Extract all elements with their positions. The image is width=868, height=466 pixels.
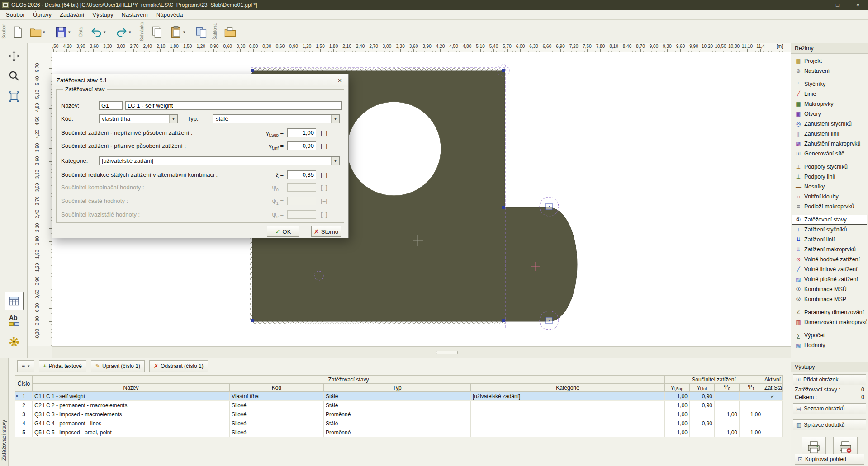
redo-caret-icon[interactable]: ▾ <box>129 30 131 34</box>
coef-col-3[interactable]: Ψ1 <box>740 384 763 392</box>
bottom-panel-tab[interactable]: Zatěžovací stavy <box>0 358 9 466</box>
maximize-button[interactable]: □ <box>827 0 848 10</box>
sidebar-item-zatizeni-makroprvku[interactable]: ⇓Zatížení makroprvků <box>792 245 867 254</box>
sidebar-item-makroprvky[interactable]: ▦Makroprvky <box>792 99 867 109</box>
col-active-header[interactable]: Zat.Stav <box>763 384 783 392</box>
col-name-header[interactable]: Název <box>33 384 230 392</box>
joint-node[interactable] <box>502 69 505 72</box>
sidebar-item-volne-liniove-zatizeni[interactable]: ╱Volné liniové zatížení <box>792 264 867 274</box>
sidebar-item-vypocet[interactable]: ∑Výpočet <box>792 330 867 340</box>
sidebar-item-hodnoty[interactable]: ▧Hodnoty <box>792 340 867 350</box>
sidebar-item-zatezovaci-stavy[interactable]: ①Zatěžovací stavy <box>792 215 867 225</box>
undo-caret-icon[interactable]: ▾ <box>104 30 106 34</box>
joint-node[interactable] <box>502 206 505 209</box>
remove-row-button[interactable]: ✗ Odstranit (číslo 1) <box>149 360 208 372</box>
table-row-4[interactable]: 4G4 LC 4 - permanent - linesSilovéStálé1… <box>15 419 783 428</box>
coef-value-input[interactable] <box>287 170 316 179</box>
table-menu-button[interactable]: ≡ ▾ <box>17 360 34 372</box>
category-select-caret-icon[interactable]: ▼ <box>331 157 339 165</box>
sidebar-item-dimenzovani-makroprvku[interactable]: ▥Dimenzování makroprvků <box>792 317 867 327</box>
coef-col-0[interactable]: γf,Sup <box>665 384 690 392</box>
settings-tool-button[interactable] <box>5 333 24 351</box>
coef-col-2[interactable]: Ψ0 <box>715 384 740 392</box>
joint-node[interactable] <box>251 319 254 322</box>
zoom-tool-button[interactable] <box>5 67 24 85</box>
template-manager-button[interactable] <box>223 23 238 41</box>
grid-view-button[interactable] <box>5 292 24 310</box>
menu-item-vystupy[interactable]: Výstupy <box>88 10 117 19</box>
save-button[interactable]: ▾ <box>53 23 72 41</box>
coef-value-input[interactable] <box>287 141 316 150</box>
copy-data-button[interactable] <box>194 23 209 41</box>
edit-row-button[interactable]: ✎ Upravit (číslo 1) <box>91 360 145 372</box>
joint-node[interactable] <box>251 69 254 72</box>
table-row-3[interactable]: 3Q3 LC 3 - imposed - macroelementsSilové… <box>15 410 783 419</box>
sidebar-item-stycniky[interactable]: ∴Styčníky <box>792 79 867 89</box>
sidebar-item-zahusteni-makroprvku[interactable]: ▩Zahuštění makroprvků <box>792 139 867 149</box>
new-file-button[interactable] <box>10 23 25 41</box>
sidebar-item-podlozi-makroprvku[interactable]: ≡Podloží makroprvků <box>792 202 867 212</box>
code-select-caret-icon[interactable]: ▼ <box>169 115 177 123</box>
sidebar-item-parametry-dimenzovani[interactable]: ∠Parametry dimenzování <box>792 307 867 317</box>
point-support-symbol-2[interactable] <box>546 317 552 324</box>
category-select[interactable]: [uživatelské zadání] ▼ <box>99 156 340 165</box>
table-row-2[interactable]: 2G2 LC 2 - permanent - macroelementsSilo… <box>15 401 783 410</box>
table-row-5[interactable]: 5Q5 LC 5 - imposed - areal, pointSilovéP… <box>15 428 783 437</box>
sidebar-item-generovani-site[interactable]: ⊞Generování sítě <box>792 149 867 159</box>
sidebar-item-linie[interactable]: ╱Linie <box>792 89 867 99</box>
paste-caret-icon[interactable]: ▾ <box>183 30 185 34</box>
type-select[interactable]: stálé ▼ <box>213 114 340 123</box>
col-category-header[interactable]: Kategorie <box>471 384 665 392</box>
name-input[interactable] <box>125 101 342 110</box>
dialog-close-button[interactable]: × <box>334 76 346 85</box>
close-button[interactable]: × <box>848 0 868 10</box>
joint-node[interactable] <box>502 319 505 322</box>
sidebar-item-podpory-linii[interactable]: ⊥Podpory linií <box>792 172 867 182</box>
type-select-caret-icon[interactable]: ▼ <box>331 115 339 123</box>
sidebar-item-vnitrni-klouby[interactable]: ○Vnitřní klouby <box>792 192 867 202</box>
menu-item-zadavani[interactable]: Zadávání <box>56 10 88 19</box>
sidebar-item-volne-plosne-zatizeni[interactable]: ▨Volné plošné zatížení <box>792 274 867 284</box>
sidebar-item-nastaveni[interactable]: ⊛Nastavení <box>792 66 867 76</box>
pan-tool-button[interactable] <box>5 47 24 65</box>
col-type-header[interactable]: Typ <box>324 384 471 392</box>
sidebar-item-zahusteni-linii[interactable]: ∥Zahuštění linií <box>792 129 867 139</box>
menu-item-nastaveni[interactable]: Nastavení <box>118 10 152 19</box>
coef-value-input[interactable] <box>287 128 316 137</box>
table-row-1[interactable]: ▸1G1 LC 1 - self weightVlastní tíhaStálé… <box>15 392 783 401</box>
sidebar-item-projekt[interactable]: ▤Projekt <box>792 56 867 66</box>
ok-button[interactable]: ✓ OK <box>267 226 299 237</box>
redo-button[interactable]: ▾ <box>114 23 133 41</box>
code-select[interactable]: vlastní tíha ▼ <box>99 114 178 123</box>
zoom-fit-button[interactable] <box>5 88 24 106</box>
sidebar-item-kombinace-msu[interactable]: ①Kombinace MSÚ <box>792 284 867 294</box>
paste-button[interactable]: ▾ <box>168 23 187 41</box>
picture-list-button[interactable]: ▤ Seznam obrázků <box>793 403 866 414</box>
canvas-splitter[interactable] <box>52 346 791 358</box>
sidebar-item-zatizeni-stycniku[interactable]: ↓Zatížení styčníků <box>792 225 867 235</box>
sidebar-item-zahusteni-stycniku[interactable]: ◎Zahuštění styčníků <box>792 119 867 129</box>
coef-col-1[interactable]: γf,Inf <box>690 384 715 392</box>
add-text-button[interactable]: + Přidat textové <box>39 360 86 372</box>
sidebar-item-otvory[interactable]: ▣Otvory <box>792 109 867 119</box>
sidebar-item-kombinace-msp[interactable]: ②Kombinace MSP <box>792 294 867 304</box>
cancel-button[interactable]: ✗ Storno <box>311 226 341 237</box>
addons-manager-button[interactable]: ▥ Správce dodatků <box>793 419 866 430</box>
open-file-button[interactable]: ▾ <box>28 23 47 41</box>
col-number-header[interactable]: Číslo <box>15 376 33 392</box>
splitter-grip[interactable] <box>436 351 458 354</box>
undo-button[interactable]: ▾ <box>89 23 107 41</box>
menu-item-napoveda[interactable]: Nápověda <box>152 10 187 19</box>
copy-button[interactable] <box>149 23 165 41</box>
add-picture-button[interactable]: ⊞ Přidat obrázek <box>793 374 866 385</box>
sidebar-item-zatizeni-linii[interactable]: ⇊Zatížení linií <box>792 235 867 245</box>
name-code-input[interactable] <box>99 101 123 110</box>
sidebar-item-podpory-stycniku[interactable]: ⊥Podpory styčníků <box>792 162 867 172</box>
minimize-button[interactable]: — <box>807 0 827 10</box>
menu-item-upravy[interactable]: Úpravy <box>29 10 56 19</box>
col-code-header[interactable]: Kód <box>230 384 324 392</box>
point-support-symbol-1[interactable] <box>546 203 552 210</box>
annotation-tool-button[interactable]: Ab <box>5 311 24 329</box>
sidebar-item-volne-bodove-zatizeni[interactable]: ⊙Volné bodové zatížení <box>792 254 867 264</box>
copy-view-button[interactable]: ⊡ Kopírovat pohled <box>795 454 864 465</box>
